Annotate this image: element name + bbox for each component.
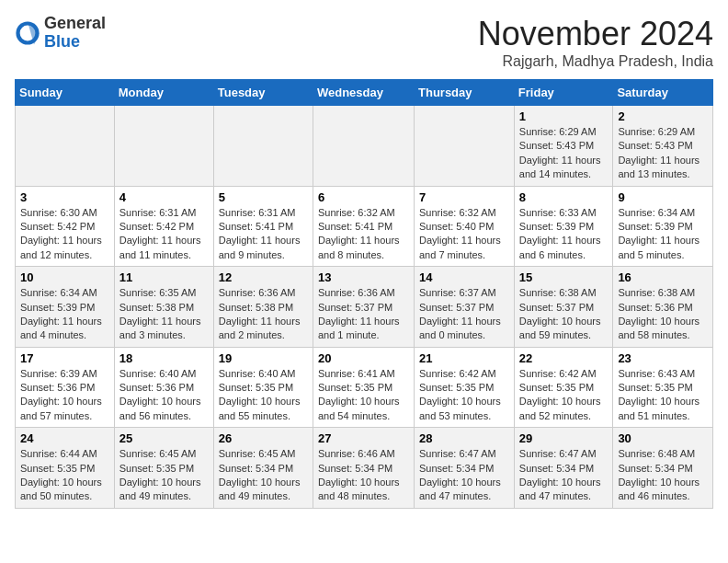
week-row-2: 3Sunrise: 6:30 AM Sunset: 5:42 PM Daylig… <box>16 186 713 267</box>
day-number: 21 <box>419 351 509 365</box>
calendar-table: SundayMondayTuesdayWednesdayThursdayFrid… <box>15 79 713 509</box>
day-info: Sunrise: 6:41 AM Sunset: 5:35 PM Dayligh… <box>318 367 409 424</box>
calendar-cell: 1Sunrise: 6:29 AM Sunset: 5:43 PM Daylig… <box>514 106 613 187</box>
day-info: Sunrise: 6:36 AM Sunset: 5:37 PM Dayligh… <box>318 286 409 343</box>
day-number: 18 <box>119 351 209 365</box>
day-info: Sunrise: 6:31 AM Sunset: 5:41 PM Dayligh… <box>219 206 308 263</box>
calendar-cell: 15Sunrise: 6:38 AM Sunset: 5:37 PM Dayli… <box>514 267 613 348</box>
day-number: 2 <box>618 109 708 123</box>
day-number: 20 <box>318 351 409 365</box>
calendar-cell: 13Sunrise: 6:36 AM Sunset: 5:37 PM Dayli… <box>313 267 414 348</box>
calendar-cell <box>114 106 213 187</box>
day-number: 1 <box>519 109 609 123</box>
logo-general: General <box>44 14 106 32</box>
day-number: 7 <box>419 190 509 204</box>
day-info: Sunrise: 6:29 AM Sunset: 5:43 PM Dayligh… <box>618 125 708 182</box>
day-number: 12 <box>219 270 308 284</box>
day-info: Sunrise: 6:42 AM Sunset: 5:35 PM Dayligh… <box>519 367 609 424</box>
day-info: Sunrise: 6:32 AM Sunset: 5:40 PM Dayligh… <box>419 206 509 263</box>
day-number: 30 <box>618 431 708 445</box>
calendar-cell: 8Sunrise: 6:33 AM Sunset: 5:39 PM Daylig… <box>514 186 613 267</box>
day-number: 14 <box>419 270 509 284</box>
weekday-header-sunday: Sunday <box>16 80 115 106</box>
calendar-cell: 24Sunrise: 6:44 AM Sunset: 5:35 PM Dayli… <box>16 428 115 509</box>
month-title: November 2024 <box>478 15 713 53</box>
day-number: 11 <box>119 270 209 284</box>
calendar-cell: 23Sunrise: 6:43 AM Sunset: 5:35 PM Dayli… <box>613 347 713 428</box>
weekday-header-tuesday: Tuesday <box>213 80 313 106</box>
weekday-header-friday: Friday <box>514 80 613 106</box>
calendar-cell: 7Sunrise: 6:32 AM Sunset: 5:40 PM Daylig… <box>415 186 515 267</box>
calendar-cell: 18Sunrise: 6:40 AM Sunset: 5:36 PM Dayli… <box>114 347 213 428</box>
calendar-cell: 30Sunrise: 6:48 AM Sunset: 5:34 PM Dayli… <box>613 428 713 509</box>
calendar-cell: 28Sunrise: 6:47 AM Sunset: 5:34 PM Dayli… <box>415 428 515 509</box>
calendar-cell: 27Sunrise: 6:46 AM Sunset: 5:34 PM Dayli… <box>313 428 414 509</box>
calendar-cell: 11Sunrise: 6:35 AM Sunset: 5:38 PM Dayli… <box>114 267 213 348</box>
day-info: Sunrise: 6:32 AM Sunset: 5:41 PM Dayligh… <box>318 206 409 263</box>
day-info: Sunrise: 6:31 AM Sunset: 5:42 PM Dayligh… <box>119 206 209 263</box>
calendar-cell: 20Sunrise: 6:41 AM Sunset: 5:35 PM Dayli… <box>313 347 414 428</box>
weekday-header-monday: Monday <box>114 80 213 106</box>
calendar-cell: 9Sunrise: 6:34 AM Sunset: 5:39 PM Daylig… <box>613 186 713 267</box>
calendar-cell <box>415 106 515 187</box>
day-info: Sunrise: 6:40 AM Sunset: 5:36 PM Dayligh… <box>119 367 209 424</box>
day-number: 8 <box>519 190 609 204</box>
weekday-row: SundayMondayTuesdayWednesdayThursdayFrid… <box>16 80 713 106</box>
calendar-cell: 6Sunrise: 6:32 AM Sunset: 5:41 PM Daylig… <box>313 186 414 267</box>
weekday-header-thursday: Thursday <box>415 80 515 106</box>
day-number: 19 <box>219 351 308 365</box>
day-number: 23 <box>618 351 708 365</box>
logo-blue: Blue <box>44 32 80 51</box>
weekday-header-saturday: Saturday <box>613 80 713 106</box>
day-info: Sunrise: 6:48 AM Sunset: 5:34 PM Dayligh… <box>618 447 708 504</box>
logo-text: General Blue <box>44 15 106 52</box>
calendar-cell: 10Sunrise: 6:34 AM Sunset: 5:39 PM Dayli… <box>16 267 115 348</box>
logo: General Blue <box>15 15 106 52</box>
weekday-header-wednesday: Wednesday <box>313 80 414 106</box>
calendar-cell: 4Sunrise: 6:31 AM Sunset: 5:42 PM Daylig… <box>114 186 213 267</box>
calendar-cell <box>16 106 115 187</box>
day-number: 29 <box>519 431 609 445</box>
calendar-cell: 19Sunrise: 6:40 AM Sunset: 5:35 PM Dayli… <box>213 347 313 428</box>
calendar-cell: 29Sunrise: 6:47 AM Sunset: 5:34 PM Dayli… <box>514 428 613 509</box>
calendar-cell: 3Sunrise: 6:30 AM Sunset: 5:42 PM Daylig… <box>16 186 115 267</box>
calendar-cell <box>313 106 414 187</box>
day-info: Sunrise: 6:37 AM Sunset: 5:37 PM Dayligh… <box>419 286 509 343</box>
calendar-header: SundayMondayTuesdayWednesdayThursdayFrid… <box>16 80 713 106</box>
day-number: 5 <box>219 190 308 204</box>
day-number: 9 <box>618 190 708 204</box>
day-number: 4 <box>119 190 209 204</box>
week-row-3: 10Sunrise: 6:34 AM Sunset: 5:39 PM Dayli… <box>16 267 713 348</box>
week-row-5: 24Sunrise: 6:44 AM Sunset: 5:35 PM Dayli… <box>16 428 713 509</box>
day-number: 22 <box>519 351 609 365</box>
calendar-cell: 25Sunrise: 6:45 AM Sunset: 5:35 PM Dayli… <box>114 428 213 509</box>
day-info: Sunrise: 6:44 AM Sunset: 5:35 PM Dayligh… <box>20 447 109 504</box>
calendar-cell: 21Sunrise: 6:42 AM Sunset: 5:35 PM Dayli… <box>415 347 515 428</box>
day-info: Sunrise: 6:47 AM Sunset: 5:34 PM Dayligh… <box>419 447 509 504</box>
day-info: Sunrise: 6:38 AM Sunset: 5:36 PM Dayligh… <box>618 286 708 343</box>
day-info: Sunrise: 6:46 AM Sunset: 5:34 PM Dayligh… <box>318 447 409 504</box>
day-number: 16 <box>618 270 708 284</box>
day-number: 3 <box>20 190 109 204</box>
header: General Blue November 2024 Rajgarh, Madh… <box>15 15 713 70</box>
calendar-cell: 26Sunrise: 6:45 AM Sunset: 5:34 PM Dayli… <box>213 428 313 509</box>
day-number: 24 <box>20 431 109 445</box>
day-info: Sunrise: 6:43 AM Sunset: 5:35 PM Dayligh… <box>618 367 708 424</box>
day-number: 10 <box>20 270 109 284</box>
calendar-cell <box>213 106 313 187</box>
calendar-cell: 14Sunrise: 6:37 AM Sunset: 5:37 PM Dayli… <box>415 267 515 348</box>
day-info: Sunrise: 6:34 AM Sunset: 5:39 PM Dayligh… <box>618 206 708 263</box>
day-number: 27 <box>318 431 409 445</box>
calendar-cell: 22Sunrise: 6:42 AM Sunset: 5:35 PM Dayli… <box>514 347 613 428</box>
day-info: Sunrise: 6:45 AM Sunset: 5:34 PM Dayligh… <box>219 447 308 504</box>
day-number: 26 <box>219 431 308 445</box>
calendar-cell: 2Sunrise: 6:29 AM Sunset: 5:43 PM Daylig… <box>613 106 713 187</box>
day-info: Sunrise: 6:45 AM Sunset: 5:35 PM Dayligh… <box>119 447 209 504</box>
day-info: Sunrise: 6:33 AM Sunset: 5:39 PM Dayligh… <box>519 206 609 263</box>
calendar-cell: 5Sunrise: 6:31 AM Sunset: 5:41 PM Daylig… <box>213 186 313 267</box>
day-info: Sunrise: 6:34 AM Sunset: 5:39 PM Dayligh… <box>20 286 109 343</box>
day-info: Sunrise: 6:40 AM Sunset: 5:35 PM Dayligh… <box>219 367 308 424</box>
day-info: Sunrise: 6:47 AM Sunset: 5:34 PM Dayligh… <box>519 447 609 504</box>
subtitle: Rajgarh, Madhya Pradesh, India <box>478 53 713 70</box>
logo-icon <box>15 20 40 46</box>
